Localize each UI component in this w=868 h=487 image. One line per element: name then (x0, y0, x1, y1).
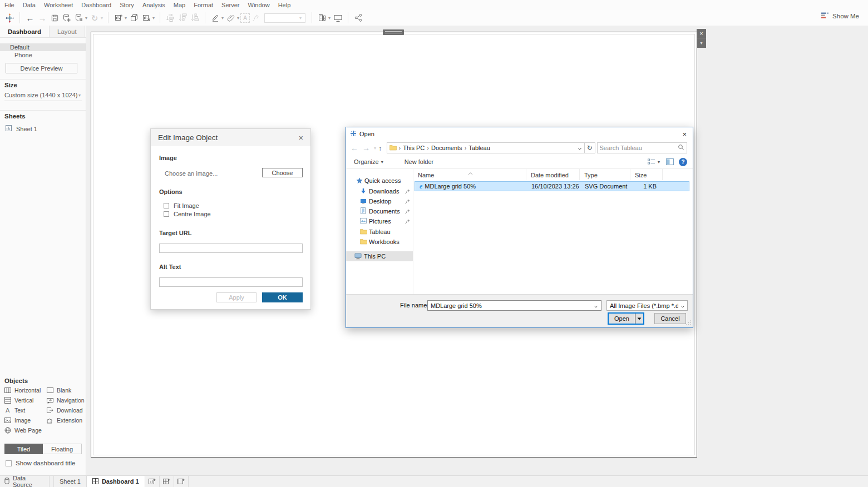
resize-grip[interactable] (686, 320, 692, 326)
address-dropdown-icon[interactable] (578, 145, 582, 151)
nav-item-workbooks[interactable]: Workbooks (346, 237, 413, 247)
tiled-button[interactable]: Tiled (4, 444, 43, 454)
show-hide-cards-button[interactable] (316, 12, 328, 24)
object-web-page[interactable]: Web Page (4, 427, 47, 434)
file-row-selected[interactable]: e MDLarge grid 50% 16/10/2023 13:26 SVG … (415, 181, 689, 191)
device-phone-item[interactable]: Phone (0, 51, 86, 59)
breadcrumb-tableau[interactable]: Tableau (468, 145, 490, 151)
back-button[interactable]: ← (24, 12, 36, 24)
help-icon[interactable]: ? (679, 158, 687, 166)
clear-sheet-button[interactable] (140, 12, 152, 24)
object-text[interactable]: A Text (4, 407, 47, 414)
menu-data[interactable]: Data (23, 2, 36, 8)
nav-item-quick-access[interactable]: Quick access (346, 176, 413, 186)
new-worksheet-dropdown[interactable]: ▾ (125, 16, 127, 21)
highlight-button[interactable] (209, 12, 221, 24)
object-vertical[interactable]: Vertical (4, 397, 47, 404)
object-navigation[interactable]: Navigation (47, 397, 85, 404)
refresh-icon[interactable]: ↻ (585, 142, 595, 153)
centre-image-checkbox[interactable] (164, 211, 169, 217)
nav-item-downloads[interactable]: Downloads (346, 186, 413, 196)
cancel-button[interactable]: Cancel (654, 313, 686, 324)
object-horizontal[interactable]: Horizontal (4, 387, 47, 394)
group-members-dropdown[interactable]: ▾ (237, 16, 239, 21)
new-worksheet-button[interactable] (112, 12, 125, 24)
nav-history-caret[interactable]: ▾ (374, 146, 376, 151)
column-name[interactable]: Name (413, 169, 526, 180)
size-selector[interactable]: Custom size (1440 x 1024) ▾ (4, 92, 82, 101)
nav-item-this-pc[interactable]: This PC (346, 251, 413, 261)
alt-text-input[interactable] (159, 277, 303, 287)
clear-sheet-dropdown[interactable]: ▾ (152, 16, 155, 21)
new-dashboard-tab-button[interactable] (160, 476, 174, 487)
group-members-button[interactable] (225, 12, 237, 24)
device-default-item[interactable]: Default (0, 43, 86, 51)
fit-image-option[interactable]: Fit Image (164, 202, 199, 209)
dashboard1-tab[interactable]: Dashboard 1 (87, 476, 145, 487)
centre-image-option[interactable]: Centre Image (164, 211, 211, 217)
choose-button[interactable]: Choose (262, 168, 303, 177)
object-extension[interactable]: Extension (47, 417, 85, 424)
object-drag-handle[interactable] (383, 29, 404, 35)
organize-button[interactable]: Organize ▾ (354, 158, 384, 165)
pause-data-updates-button[interactable] (73, 12, 85, 24)
menu-analysis[interactable]: Analysis (142, 2, 165, 8)
add-data-source-button[interactable] (61, 12, 73, 24)
floating-button[interactable]: Floating (43, 444, 82, 454)
change-view-button[interactable]: ▾ (648, 158, 661, 165)
menu-map[interactable]: Map (174, 2, 185, 8)
edit-dialog-close-icon[interactable]: × (299, 133, 303, 142)
fit-selector[interactable]: ▾ (264, 13, 305, 23)
new-story-tab-button[interactable] (174, 476, 189, 487)
remove-object-icon[interactable]: × (697, 29, 706, 38)
column-type[interactable]: Type (580, 169, 630, 180)
object-image[interactable]: Image (4, 417, 47, 424)
tab-layout[interactable]: Layout (50, 26, 85, 37)
object-menu-icon[interactable]: ▾ (697, 38, 706, 47)
open-button[interactable]: Open (609, 314, 635, 324)
pause-data-dropdown[interactable]: ▾ (85, 16, 87, 21)
open-dialog-close-icon[interactable]: × (680, 130, 689, 138)
presentation-mode-button[interactable] (332, 12, 344, 24)
nav-item-pictures[interactable]: Pictures (346, 216, 413, 226)
menu-dashboard[interactable]: Dashboard (81, 2, 111, 8)
nav-item-documents[interactable]: Documents (346, 206, 413, 216)
menu-server[interactable]: Server (221, 2, 239, 8)
show-dashboard-title-toggle[interactable]: Show dashboard title (6, 460, 75, 466)
tab-dashboard[interactable]: Dashboard (0, 26, 50, 37)
share-button[interactable] (352, 12, 364, 24)
save-button[interactable] (48, 12, 61, 24)
target-url-input[interactable] (159, 244, 303, 253)
preview-pane-button[interactable] (666, 158, 674, 165)
column-date-modified[interactable]: Date modified (526, 169, 580, 180)
duplicate-sheet-button[interactable] (128, 12, 140, 24)
menu-format[interactable]: Format (194, 2, 213, 8)
new-folder-button[interactable]: New folder (405, 158, 434, 165)
nav-item-tableau[interactable]: Tableau (346, 227, 413, 237)
show-dashboard-title-checkbox[interactable] (6, 460, 12, 466)
menu-story[interactable]: Story (120, 2, 134, 8)
sheet1-tab[interactable]: Sheet 1 (53, 476, 87, 487)
sheet-list-item[interactable]: Sheet 1 (6, 125, 37, 132)
file-name-input[interactable] (428, 302, 591, 309)
file-name-dropdown-icon[interactable] (591, 302, 601, 309)
nav-up-icon[interactable]: ↑ (378, 144, 382, 152)
address-bar[interactable]: › This PC › Documents › Tableau (387, 142, 585, 153)
file-type-combobox[interactable]: All Image Files (*.bmp *.dib *.er (606, 300, 688, 311)
ok-button[interactable]: OK (262, 292, 303, 302)
device-preview-button[interactable]: Device Preview (6, 63, 77, 73)
object-download[interactable]: Download (47, 407, 85, 414)
highlight-dropdown[interactable]: ▾ (221, 16, 224, 21)
breadcrumb-documents[interactable]: Documents (431, 145, 462, 151)
object-blank[interactable]: Blank (47, 387, 85, 394)
menu-worksheet[interactable]: Worksheet (44, 2, 73, 8)
new-worksheet-tab-button[interactable] (145, 476, 160, 487)
search-input[interactable] (600, 145, 678, 151)
show-hide-cards-dropdown[interactable]: ▾ (328, 16, 331, 21)
open-button-dropdown-icon[interactable] (635, 314, 643, 324)
menu-file[interactable]: File (4, 2, 14, 8)
menu-window[interactable]: Window (248, 2, 270, 8)
column-size[interactable]: Size (630, 169, 663, 180)
show-me-button[interactable]: Show Me (821, 12, 859, 20)
menu-help[interactable]: Help (278, 2, 291, 8)
